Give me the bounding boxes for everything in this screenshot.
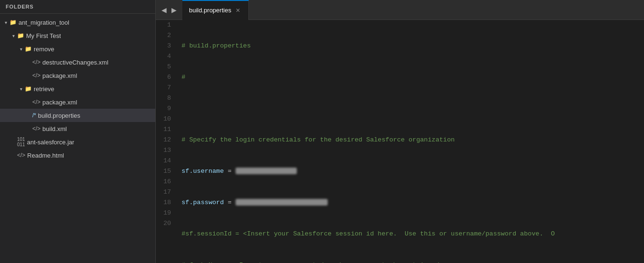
- sidebar-item-ant-salesforce-jar[interactable]: 101011 ant-salesforce.jar: [0, 135, 155, 149]
- line-numbers: 1 2 3 4 5 6 7 8 9 10 11 12 13 14 15 16 1…: [156, 20, 177, 263]
- folder-icon: 📁: [9, 19, 17, 26]
- sidebar-item-label: ant_migration_tool: [19, 19, 69, 26]
- sidebar-item-label: My First Test: [26, 32, 61, 39]
- sidebar-item-label: build.xml: [42, 125, 66, 132]
- tab-build-properties[interactable]: build.properties ✕: [182, 0, 249, 20]
- code-line-8: #sf.pkgName = <Insert comma separated pa…: [181, 260, 639, 263]
- sidebar-item-label: build.properties: [38, 112, 80, 119]
- sidebar-item-label: remove: [34, 46, 54, 53]
- html-file-icon: </>: [17, 152, 25, 159]
- code-line-4: # Specify the login credentials for the …: [181, 135, 639, 145]
- folder-icon: 📁: [17, 32, 24, 39]
- sidebar-tree: ▾ 📁 ant_migration_tool ▾ 📁 My First Test…: [0, 14, 155, 263]
- xml-file-icon: </>: [32, 125, 40, 132]
- editor-area: ◀ ▶ build.properties ✕ 1 2 3 4 5 6 7 8 9…: [156, 0, 644, 263]
- code-line-6: sf.password = ████████████████████████: [181, 197, 639, 208]
- sidebar-item-label: destructiveChanges.xml: [42, 59, 108, 66]
- tab-label: build.properties: [189, 7, 231, 14]
- arrow-my-first-test: ▾: [9, 33, 17, 38]
- code-line-7: #sf.sessionId = <Insert your Salesforce …: [181, 229, 639, 239]
- sidebar-item-label: Readme.html: [27, 152, 64, 159]
- sidebar-item-build-properties[interactable]: /* build.properties: [0, 109, 155, 122]
- nav-right-arrow[interactable]: ▶: [170, 5, 179, 15]
- sidebar-header: FOLDERS: [0, 0, 155, 14]
- sidebar-item-label: ant-salesforce.jar: [27, 139, 75, 146]
- code-line-2: #: [181, 72, 639, 83]
- sidebar-item-ant-migration-tool[interactable]: ▾ 📁 ant_migration_tool: [0, 16, 155, 29]
- sidebar-item-label: package.xml: [42, 72, 77, 79]
- jar-file-icon: 101011: [17, 137, 25, 147]
- arrow-ant-migration-tool: ▾: [2, 20, 9, 25]
- code-area[interactable]: # build.properties # # Specify the login…: [177, 20, 644, 263]
- sidebar-item-label: retrieve: [34, 85, 54, 93]
- arrow-remove: ▾: [17, 47, 25, 52]
- folder-icon: 📁: [25, 85, 32, 92]
- sidebar-item-package-xml-retrieve[interactable]: </> package.xml: [0, 95, 155, 109]
- xml-file-icon: </>: [32, 72, 40, 79]
- properties-file-icon: /*: [32, 112, 36, 119]
- code-line-3: [181, 103, 639, 114]
- code-line-5: sf.username = ████████████████: [181, 166, 639, 177]
- code-line-1: # build.properties: [181, 41, 639, 51]
- sidebar-item-my-first-test[interactable]: ▾ 📁 My First Test: [0, 29, 155, 42]
- tab-bar: ◀ ▶ build.properties ✕: [156, 0, 644, 20]
- sidebar-item-label: package.xml: [42, 99, 77, 106]
- sidebar-item-retrieve[interactable]: ▾ 📁 retrieve: [0, 82, 155, 95]
- sidebar: FOLDERS ▾ 📁 ant_migration_tool ▾ 📁 My Fi…: [0, 0, 156, 263]
- nav-left-arrow[interactable]: ◀: [160, 5, 169, 15]
- tab-close-button[interactable]: ✕: [234, 7, 242, 14]
- sidebar-item-destructive-changes[interactable]: </> destructiveChanges.xml: [0, 56, 155, 69]
- sidebar-item-package-xml-remove[interactable]: </> package.xml: [0, 69, 155, 82]
- arrow-retrieve: ▾: [17, 86, 25, 92]
- folder-icon: 📁: [25, 46, 32, 52]
- xml-file-icon: </>: [32, 59, 40, 66]
- nav-arrows: ◀ ▶: [156, 5, 182, 15]
- editor-content: 1 2 3 4 5 6 7 8 9 10 11 12 13 14 15 16 1…: [156, 20, 644, 263]
- sidebar-item-build-xml[interactable]: </> build.xml: [0, 122, 155, 135]
- sidebar-item-remove[interactable]: ▾ 📁 remove: [0, 42, 155, 56]
- sidebar-item-readme-html[interactable]: </> Readme.html: [0, 149, 155, 162]
- xml-file-icon: </>: [32, 99, 40, 105]
